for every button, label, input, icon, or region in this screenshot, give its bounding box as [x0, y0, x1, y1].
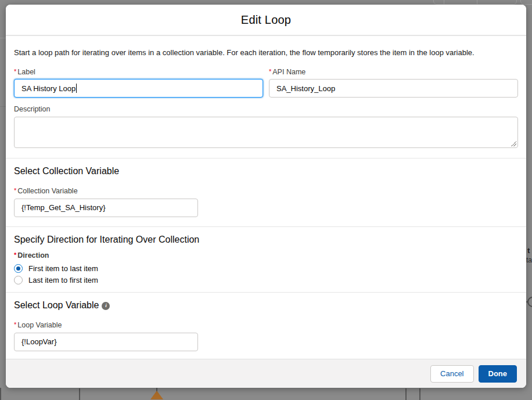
required-marker: * [14, 68, 16, 75]
radio-label: Last item to first item [28, 276, 98, 284]
loop-variable-section-heading: Select Loop Variable i [14, 300, 518, 312]
modal-body: Start a loop path for iterating over ite… [6, 36, 526, 351]
edit-loop-modal: Edit Loop Start a loop path for iteratin… [6, 5, 526, 388]
collection-variable-field-label: *Collection Variable [14, 186, 518, 196]
radio-selected-icon[interactable] [14, 264, 23, 273]
done-button[interactable]: Done [479, 365, 517, 383]
loop-variable-section: Select Loop Variable i *Loop Variable [14, 293, 518, 351]
background-panel-edge [0, 106, 6, 107]
label-input[interactable]: SA History Loop [14, 79, 263, 98]
direction-field-label: *Direction [14, 251, 518, 260]
background-canvas-line [79, 388, 80, 400]
background-text-fragment: ta [526, 256, 532, 264]
collection-section-heading: Select Collection Variable [14, 165, 518, 178]
required-marker: * [269, 68, 271, 75]
description-field-label: Description [14, 104, 518, 114]
direction-radio-group: First item to last item Last item to fir… [14, 263, 518, 286]
api-name-input[interactable] [269, 79, 518, 98]
intro-text: Start a loop path for iterating over ite… [14, 36, 518, 58]
radio-first-to-last[interactable]: First item to last item [14, 263, 518, 275]
background-toolbar-button-group [433, 0, 517, 5]
modal-header: Edit Loop [6, 5, 526, 36]
api-name-field-label: *API Name [269, 67, 518, 77]
background-text-fragment: t [527, 246, 530, 255]
text-cursor [76, 84, 77, 93]
label-field-label: *Label [14, 67, 263, 77]
radio-label: First item to last item [28, 264, 98, 273]
loop-variable-input[interactable] [14, 333, 198, 351]
background-canvas-line [405, 388, 407, 400]
background-toolbar-separator [477, 0, 477, 4]
modal-title: Edit Loop [241, 13, 291, 27]
radio-unselected-icon[interactable] [14, 276, 23, 284]
background-canvas-line [0, 388, 1, 400]
textarea-resize-handle[interactable] [511, 141, 516, 146]
background-toolbar-button [520, 0, 532, 5]
description-textarea[interactable] [14, 117, 518, 148]
direction-section: Specify Direction for Iterating Over Col… [14, 227, 518, 292]
background-canvas-line [419, 388, 420, 400]
required-marker: * [14, 187, 16, 194]
background-toolbar-separator [444, 0, 444, 4]
collection-variable-section: Select Collection Variable *Collection V… [14, 158, 518, 226]
background-node-circle [527, 297, 532, 307]
radio-last-to-first[interactable]: Last item to first item [14, 275, 518, 286]
modal-footer: Cancel Done [6, 359, 526, 388]
background-fault-arrow [150, 391, 163, 399]
cancel-button[interactable]: Cancel [430, 365, 473, 383]
direction-section-heading: Specify Direction for Iterating Over Col… [14, 234, 518, 246]
collection-variable-input[interactable] [14, 199, 198, 217]
info-icon[interactable]: i [102, 302, 110, 310]
required-marker: * [14, 251, 16, 258]
required-marker: * [14, 321, 16, 328]
loop-variable-field-label: *Loop Variable [14, 320, 518, 330]
background-panel-edge [0, 38, 6, 38]
label-input-value: SA History Loop [21, 84, 76, 93]
